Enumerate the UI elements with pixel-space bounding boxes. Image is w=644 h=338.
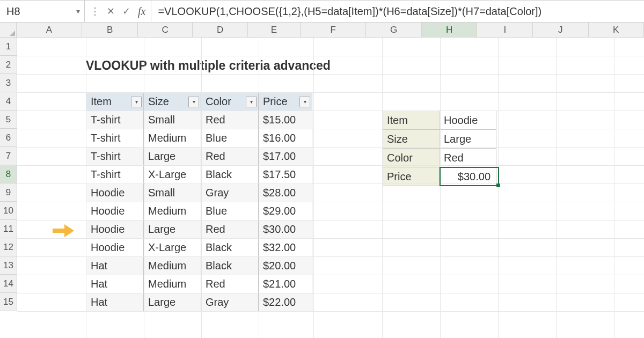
col-header-E[interactable]: E (248, 23, 301, 37)
cell[interactable]: $17.50 (259, 166, 312, 184)
table-row[interactable]: HoodieLargeRed$30.00 (86, 221, 312, 239)
cell[interactable]: T-shirt (86, 129, 144, 148)
table-row[interactable]: T-shirtX-LargeBlack$17.50 (86, 166, 312, 184)
col-header-item[interactable]: Item▾ (86, 93, 144, 111)
filter-icon[interactable]: ▾ (188, 97, 199, 107)
cell[interactable]: Red (201, 148, 259, 166)
cell[interactable]: $21.00 (259, 275, 312, 293)
accept-icon[interactable]: ✓ (122, 5, 130, 17)
row-header-11[interactable]: 11 (0, 220, 17, 238)
col-header-size[interactable]: Size▾ (144, 93, 201, 111)
cell[interactable]: T-shirt (86, 111, 144, 129)
select-all-corner[interactable] (0, 23, 17, 37)
cell[interactable]: Large (144, 221, 201, 239)
row-header-9[interactable]: 9 (0, 183, 17, 202)
cell[interactable]: Black (201, 239, 259, 257)
cell[interactable]: Gray (201, 293, 259, 312)
table-row[interactable]: HatLargeGray$22.00 (86, 293, 312, 312)
cell[interactable]: Medium (144, 257, 201, 275)
cell[interactable]: Hat (86, 275, 144, 293)
col-header-G[interactable]: G (366, 23, 422, 37)
table-row[interactable]: T-shirtLargeRed$17.00 (86, 148, 312, 166)
row-header-6[interactable]: 6 (0, 129, 17, 147)
table-row[interactable]: HatMediumBlack$20.00 (86, 257, 312, 275)
cell[interactable]: Medium (144, 129, 201, 148)
cell[interactable]: T-shirt (86, 148, 144, 166)
formula-input[interactable]: =VLOOKUP(1,CHOOSE({1,2},(H5=data[Item])*… (151, 1, 644, 22)
cell[interactable]: Small (144, 184, 201, 202)
col-header-A[interactable]: A (17, 23, 83, 37)
name-box[interactable]: H8 ▾ (0, 1, 85, 22)
cell[interactable]: Medium (144, 275, 201, 293)
cell[interactable]: X-Large (144, 166, 201, 184)
cell[interactable]: $32.00 (259, 239, 312, 257)
row-header-8[interactable]: 8 (0, 165, 17, 183)
cell[interactable]: $22.00 (259, 293, 312, 312)
cell[interactable]: Small (144, 111, 201, 129)
cell[interactable]: Medium (144, 202, 201, 221)
cell[interactable]: Hoodie (86, 221, 144, 239)
row-header-13[interactable]: 13 (0, 256, 17, 275)
row-header-12[interactable]: 12 (0, 238, 17, 256)
cell[interactable]: $28.00 (259, 184, 312, 202)
filter-icon[interactable]: ▾ (299, 97, 310, 107)
cell[interactable]: $20.00 (259, 257, 312, 275)
col-header-B[interactable]: B (82, 23, 138, 37)
cell[interactable]: X-Large (144, 239, 201, 257)
cell[interactable]: $29.00 (259, 202, 312, 221)
table-row[interactable]: HoodieMediumBlue$29.00 (86, 202, 312, 221)
cell[interactable]: Red (201, 221, 259, 239)
table-row[interactable]: HatMediumRed$21.00 (86, 275, 312, 293)
cell[interactable]: T-shirt (86, 166, 144, 184)
fx-icon[interactable]: fx (138, 5, 145, 18)
col-header-H[interactable]: H (422, 23, 478, 37)
cell[interactable]: Gray (201, 184, 259, 202)
col-header-C[interactable]: C (138, 23, 193, 37)
table-row[interactable]: HoodieSmallGray$28.00 (86, 184, 312, 202)
cell[interactable]: $17.00 (259, 148, 312, 166)
filter-icon[interactable]: ▾ (131, 97, 142, 107)
cell[interactable]: Hoodie (86, 202, 144, 221)
row-header-2[interactable]: 2 (0, 56, 17, 74)
cancel-icon[interactable]: ✕ (107, 5, 115, 17)
col-header-J[interactable]: J (533, 23, 589, 37)
cell[interactable]: Red (201, 275, 259, 293)
col-header-F[interactable]: F (301, 23, 367, 37)
lookup-value[interactable]: Hoodie (440, 111, 496, 130)
drag-handle-icon[interactable]: ⋮ (90, 5, 99, 17)
cell[interactable]: Blue (201, 129, 259, 148)
cell[interactable]: Hoodie (86, 184, 144, 202)
chevron-down-icon[interactable]: ▾ (76, 7, 80, 16)
col-header-price[interactable]: Price▾ (259, 93, 312, 111)
table-row[interactable]: T-shirtSmallRed$15.00 (86, 111, 312, 129)
row-header-14[interactable]: 14 (0, 275, 17, 293)
row-header-1[interactable]: 1 (0, 38, 17, 56)
col-header-K[interactable]: K (589, 23, 644, 37)
row-header-3[interactable]: 3 (0, 74, 17, 92)
row-header-5[interactable]: 5 (0, 111, 17, 129)
filter-icon[interactable]: ▾ (246, 97, 257, 107)
cell[interactable]: Blue (201, 202, 259, 221)
table-row[interactable]: HoodieX-LargeBlack$32.00 (86, 239, 312, 257)
cell[interactable]: Hat (86, 257, 144, 275)
row-header-4[interactable]: 4 (0, 92, 17, 111)
cell[interactable]: Large (144, 148, 201, 166)
col-header-I[interactable]: I (477, 23, 533, 37)
cell[interactable]: $16.00 (259, 129, 312, 148)
lookup-value[interactable]: Large (440, 130, 496, 149)
row-header-10[interactable]: 10 (0, 202, 17, 220)
table-row[interactable]: T-shirtMediumBlue$16.00 (86, 129, 312, 148)
cell[interactable]: Black (201, 257, 259, 275)
cell[interactable]: $30.00 (259, 221, 312, 239)
cell[interactable]: Large (144, 293, 201, 312)
cell[interactable]: Black (201, 166, 259, 184)
row-header-15[interactable]: 15 (0, 293, 17, 311)
col-header-D[interactable]: D (193, 23, 248, 37)
lookup-value[interactable]: Red (440, 149, 496, 167)
cells-area[interactable]: VLOOKUP with multiple criteria advanced … (17, 38, 644, 338)
cell[interactable]: Hoodie (86, 239, 144, 257)
cell[interactable]: Red (201, 111, 259, 129)
row-header-7[interactable]: 7 (0, 147, 17, 165)
col-header-color[interactable]: Color▾ (201, 93, 259, 111)
cell[interactable]: Hat (86, 293, 144, 312)
